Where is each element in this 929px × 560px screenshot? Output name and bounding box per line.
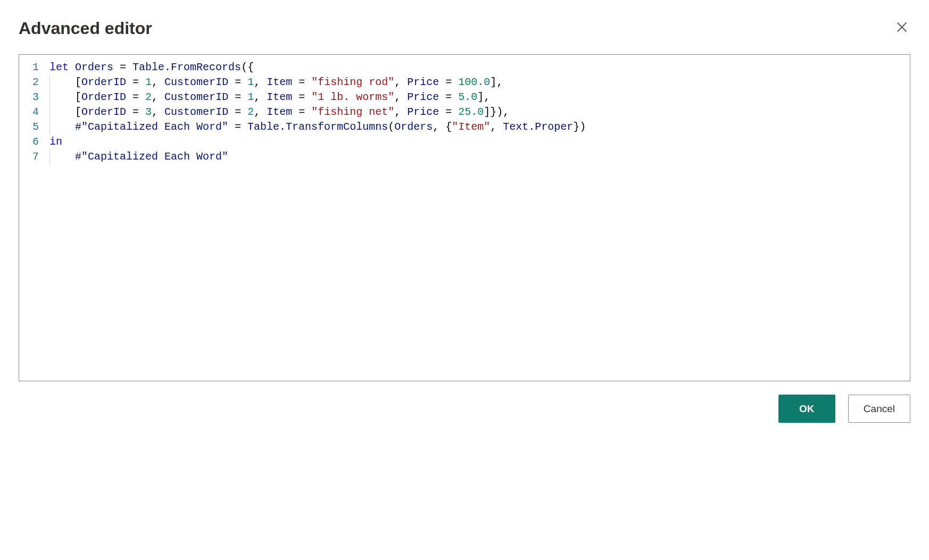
token-ident: OrderID bbox=[81, 106, 126, 118]
token-punct: = bbox=[228, 91, 247, 103]
code-line[interactable]: [OrderID = 3, CustomerID = 2, Item = "fi… bbox=[49, 105, 905, 120]
token-punct: = bbox=[126, 91, 145, 103]
token-punct: = bbox=[228, 76, 247, 88]
token-num: 2 bbox=[247, 106, 254, 118]
token-punct: = bbox=[228, 121, 247, 133]
token-ident: Orders bbox=[394, 121, 433, 133]
token-num: 100.0 bbox=[458, 76, 490, 88]
code-line[interactable]: #"Capitalized Each Word" bbox=[49, 149, 905, 164]
token-num: 3 bbox=[145, 106, 152, 118]
line-number: 3 bbox=[19, 90, 49, 105]
token-punct: = bbox=[439, 91, 458, 103]
token-num: 1 bbox=[247, 76, 254, 88]
token-num: 2 bbox=[145, 91, 152, 103]
dialog-title: Advanced editor bbox=[19, 19, 152, 38]
token-punct: ]}), bbox=[484, 106, 509, 118]
line-number: 7 bbox=[19, 149, 49, 164]
token-punct: [ bbox=[75, 91, 81, 103]
token-num: 25.0 bbox=[458, 106, 484, 118]
line-number: 6 bbox=[19, 135, 49, 149]
token-punct: , bbox=[490, 121, 503, 133]
token-keyword: let bbox=[49, 61, 69, 73]
token-keyword: in bbox=[49, 136, 62, 148]
line-number: 4 bbox=[19, 105, 49, 120]
token-num: 5.0 bbox=[458, 91, 477, 103]
token-ident: Item bbox=[267, 106, 292, 118]
token-quoted-ident: #"Capitalized Each Word" bbox=[75, 151, 228, 163]
close-icon bbox=[896, 21, 908, 33]
token-punct: , bbox=[394, 76, 407, 88]
dialog-button-row: OK Cancel bbox=[19, 395, 910, 423]
token-str: "Item" bbox=[452, 121, 490, 133]
token-ident: Text.Proper bbox=[503, 121, 573, 133]
token-punct: = bbox=[126, 76, 145, 88]
token-punct: , bbox=[152, 76, 164, 88]
token-ident: Table.FromRecords bbox=[132, 61, 241, 73]
token-quoted-ident: #"Capitalized Each Word" bbox=[75, 121, 228, 133]
token-punct: [ bbox=[75, 106, 81, 118]
token-punct: = bbox=[228, 106, 247, 118]
token-ident: Price bbox=[407, 76, 439, 88]
token-punct: = bbox=[292, 91, 311, 103]
token-punct: , bbox=[394, 91, 407, 103]
token-punct: = bbox=[439, 106, 458, 118]
code-line[interactable]: let Orders = Table.FromRecords({ bbox=[49, 60, 905, 75]
token-str: "fishing rod" bbox=[311, 76, 394, 88]
token-punct: , bbox=[152, 106, 164, 118]
token-punct: = bbox=[292, 106, 311, 118]
code-editor[interactable]: 1234567 let Orders = Table.FromRecords({… bbox=[19, 54, 910, 381]
token-ident: CustomerID bbox=[164, 76, 228, 88]
token-punct: , bbox=[152, 91, 164, 103]
token-ident: OrderID bbox=[81, 91, 126, 103]
token-ident: Orders bbox=[75, 61, 113, 73]
code-line[interactable]: #"Capitalized Each Word" = Table.Transfo… bbox=[49, 120, 905, 135]
token-ident: Item bbox=[267, 91, 292, 103]
token-ident: Table.TransformColumns bbox=[247, 121, 388, 133]
code-line[interactable]: [OrderID = 1, CustomerID = 1, Item = "fi… bbox=[49, 75, 905, 90]
token-punct: , bbox=[254, 91, 267, 103]
token-punct: ], bbox=[477, 91, 490, 103]
token-ident: Price bbox=[407, 91, 439, 103]
token-ident: OrderID bbox=[81, 76, 126, 88]
code-line[interactable]: in bbox=[49, 135, 905, 149]
dialog-header: Advanced editor bbox=[19, 19, 910, 38]
token-punct: = bbox=[292, 76, 311, 88]
token-punct: , bbox=[254, 106, 267, 118]
token-punct: [ bbox=[75, 76, 81, 88]
token-punct: , { bbox=[433, 121, 452, 133]
token-punct: ( bbox=[388, 121, 394, 133]
token-punct: , bbox=[394, 106, 407, 118]
token-punct bbox=[69, 61, 75, 73]
close-button[interactable] bbox=[893, 19, 910, 38]
code-line[interactable]: [OrderID = 2, CustomerID = 1, Item = "1 … bbox=[49, 90, 905, 105]
cancel-button[interactable]: Cancel bbox=[848, 395, 910, 423]
line-number: 5 bbox=[19, 120, 49, 135]
line-number-gutter: 1234567 bbox=[19, 55, 49, 381]
line-number: 1 bbox=[19, 60, 49, 75]
code-area[interactable]: let Orders = Table.FromRecords({ [OrderI… bbox=[49, 55, 910, 381]
token-ident: CustomerID bbox=[164, 91, 228, 103]
line-number: 2 bbox=[19, 75, 49, 90]
token-num: 1 bbox=[145, 76, 152, 88]
token-punct: = bbox=[126, 106, 145, 118]
token-num: 1 bbox=[247, 91, 254, 103]
token-punct: ], bbox=[490, 76, 503, 88]
token-punct: = bbox=[439, 76, 458, 88]
token-str: "fishing net" bbox=[311, 106, 394, 118]
token-punct: }) bbox=[573, 121, 586, 133]
token-ident: CustomerID bbox=[164, 106, 228, 118]
token-ident: Item bbox=[267, 76, 292, 88]
token-punct: = bbox=[113, 61, 132, 73]
token-ident: Price bbox=[407, 106, 439, 118]
ok-button[interactable]: OK bbox=[778, 395, 835, 423]
token-punct: ({ bbox=[241, 61, 254, 73]
token-str: "1 lb. worms" bbox=[311, 91, 394, 103]
token-punct: , bbox=[254, 76, 267, 88]
